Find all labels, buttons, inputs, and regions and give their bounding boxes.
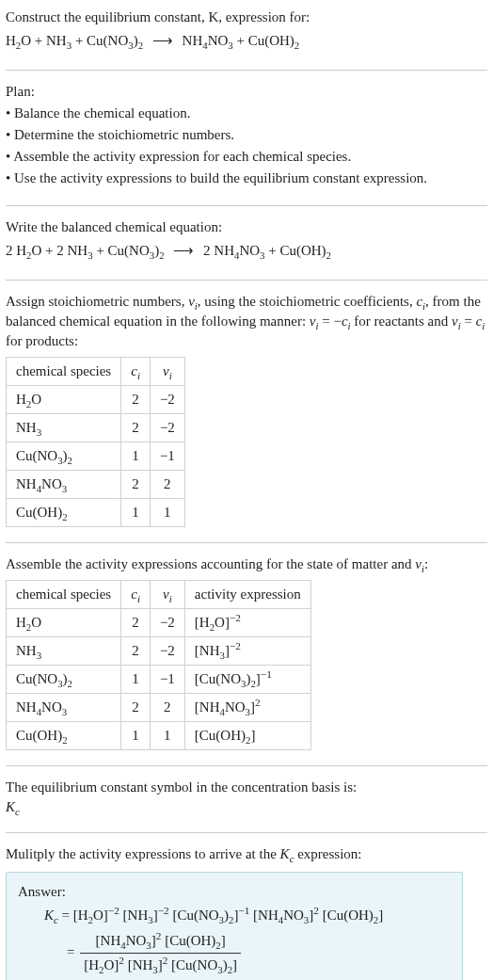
section-answer: Mulitply the activity expressions to arr…: [6, 844, 487, 980]
f: + Cu(OH): [233, 33, 294, 48]
stoich-intro: Assign stoichiometric numbers, νi, using…: [6, 292, 487, 351]
f: 2 NH: [203, 243, 234, 258]
cell-nui: 2: [150, 694, 184, 722]
fraction-num: [NH4NO3]2 [Cu(OH)2]: [80, 931, 241, 954]
cell-ci: 2: [121, 414, 151, 442]
table-row: H2O 2 −2 [H2O]−2: [7, 609, 311, 637]
f: + Cu(NO: [72, 33, 128, 48]
cell-ci: 1: [121, 499, 151, 527]
cell-ci: 2: [121, 386, 151, 414]
cell-species: H2O: [7, 386, 121, 414]
table-header-row: chemical species ci νi: [7, 358, 185, 386]
activity-table: chemical species ci νi activity expressi…: [6, 580, 311, 750]
cell-activity: [NH3]−2: [184, 637, 310, 666]
f: H: [6, 33, 16, 48]
cell-nui: 2: [150, 471, 184, 499]
sub: 2: [159, 249, 164, 261]
table-row: NH3 2 −2 [NH3]−2: [7, 637, 311, 666]
table-row: NH4NO3 2 2: [7, 471, 185, 499]
f: + Cu(NO: [93, 243, 150, 258]
section-plan: Plan: • Balance the chemical equation. •…: [6, 82, 487, 206]
th-species: chemical species: [7, 358, 121, 386]
K: K: [44, 908, 54, 923]
cell-ci: 2: [121, 637, 151, 666]
c: c: [15, 806, 20, 817]
table-row: H2O 2 −2: [7, 386, 185, 414]
i: i: [482, 320, 485, 331]
stoich-table: chemical species ci νi H2O 2 −2 NH3 2 −2…: [6, 357, 185, 527]
table-row: Cu(NO3)2 1 −1 [Cu(NO3)2]−1: [7, 666, 311, 694]
i: i: [169, 370, 172, 381]
cell-species: NH4NO3: [7, 694, 121, 722]
f: NH: [183, 33, 203, 48]
th-species: chemical species: [7, 581, 121, 609]
cell-species: H2O: [7, 609, 121, 637]
th-nui: νi: [150, 581, 184, 609]
c: c: [131, 363, 137, 378]
f: 2 H: [6, 243, 26, 258]
answer-box: Answer: Kc = [H2O]−2 [NH3]−2 [Cu(NO3)2]−…: [6, 872, 463, 980]
section-kc-symbol: The equilibrium constant symbol in the c…: [6, 778, 487, 833]
cell-activity: [Cu(OH)2]: [184, 722, 310, 750]
c: c: [342, 313, 348, 329]
cell-species: NH3: [7, 637, 121, 666]
cell-nui: −2: [150, 637, 184, 666]
table-row: NH4NO3 2 2 [NH4NO3]2: [7, 694, 311, 722]
t: = −: [318, 313, 341, 329]
cell-activity: [NH4NO3]2: [184, 694, 310, 722]
fraction-den: [H2O]2 [NH3]2 [Cu(NO3)2]: [80, 954, 241, 975]
t: expression:: [294, 846, 361, 861]
cell-species: NH4NO3: [7, 471, 121, 499]
cell-activity: [Cu(NO3)2]−1: [184, 666, 310, 694]
f: NO: [239, 243, 260, 258]
cell-species: Cu(OH)2: [7, 499, 121, 527]
table-row: Cu(NO3)2 1 −1: [7, 442, 185, 471]
section-activity: Assemble the activity expressions accoun…: [6, 554, 487, 766]
answer-label: Answer:: [18, 882, 451, 902]
eq: =: [58, 908, 73, 923]
f: O + NH: [21, 33, 66, 48]
nu: ν: [188, 294, 195, 309]
cell-nui: −2: [150, 414, 184, 442]
nu: ν: [163, 363, 169, 378]
construct-title: Construct the equilibrium constant, K, e…: [6, 8, 487, 27]
arrow-icon: ⟶: [173, 243, 194, 258]
cell-ci: 2: [121, 609, 151, 637]
c: c: [131, 586, 137, 602]
table-row: Cu(OH)2 1 1: [7, 499, 185, 527]
text: Construct the equilibrium constant, K, e…: [6, 9, 310, 24]
cell-species: Cu(OH)2: [7, 722, 121, 750]
nu: ν: [163, 586, 169, 602]
section-stoich: Assign stoichiometric numbers, νi, using…: [6, 292, 487, 543]
t: for reactants and: [351, 313, 452, 329]
kc-var: Kc: [6, 797, 487, 817]
nu: ν: [415, 556, 421, 571]
i: i: [137, 370, 140, 381]
t: Assemble the activity expressions accoun…: [6, 556, 415, 571]
f: O + 2 NH: [32, 243, 88, 258]
K: K: [6, 799, 15, 814]
th-ci: ci: [121, 358, 151, 386]
plan-title: Plan:: [6, 82, 487, 102]
K: K: [280, 846, 290, 861]
cell-activity: [H2O]−2: [184, 609, 310, 637]
t: Mulitply the activity expressions to arr…: [6, 846, 280, 861]
cell-nui: −2: [150, 609, 184, 637]
t: for products:: [6, 333, 78, 348]
th-activity: activity expression: [184, 581, 310, 609]
balanced-title: Write the balanced chemical equation:: [6, 217, 487, 237]
kc-symbol-text: The equilibrium constant symbol in the c…: [6, 778, 487, 797]
cell-ci: 1: [121, 442, 151, 471]
page: Construct the equilibrium constant, K, e…: [0, 0, 493, 980]
cell-nui: −1: [150, 666, 184, 694]
plan-bullet: • Balance the chemical equation.: [6, 104, 487, 123]
th-ci: ci: [121, 581, 151, 609]
multiply-title: Mulitply the activity expressions to arr…: [6, 844, 487, 864]
cell-nui: 1: [150, 722, 184, 750]
section-construct: Construct the equilibrium constant, K, e…: [6, 8, 487, 71]
plan-bullet: • Determine the stoichiometric numbers.: [6, 125, 487, 145]
f: + Cu(OH): [264, 243, 326, 258]
cell-nui: −1: [150, 442, 184, 471]
table-header-row: chemical species ci νi activity expressi…: [7, 581, 311, 609]
i: i: [137, 593, 140, 604]
